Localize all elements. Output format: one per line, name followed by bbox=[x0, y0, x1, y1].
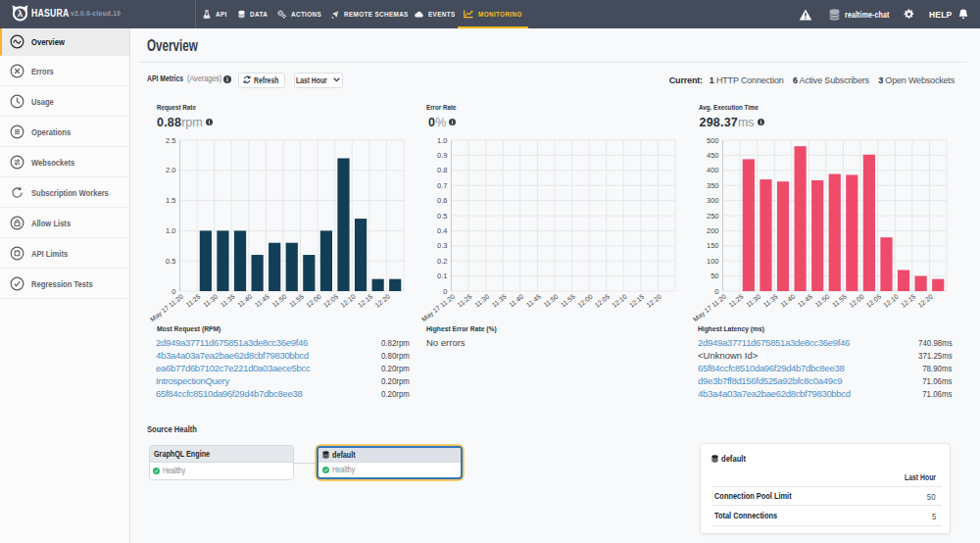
svg-text:11:45: 11:45 bbox=[797, 293, 813, 309]
svg-text:12:00: 12:00 bbox=[848, 293, 865, 309]
svg-text:0: 0 bbox=[443, 287, 447, 296]
svg-text:0.3: 0.3 bbox=[437, 241, 447, 250]
svg-text:12:20: 12:20 bbox=[373, 293, 391, 309]
svg-text:11:50: 11:50 bbox=[542, 293, 559, 309]
svg-text:0.5: 0.5 bbox=[166, 257, 175, 266]
svg-text:12:15: 12:15 bbox=[900, 293, 917, 309]
svg-text:350: 350 bbox=[707, 181, 719, 190]
svg-text:250: 250 bbox=[707, 212, 719, 221]
svg-text:11:25: 11:25 bbox=[727, 293, 744, 309]
svg-text:0: 0 bbox=[172, 287, 175, 296]
svg-text:11:30: 11:30 bbox=[745, 293, 761, 309]
svg-text:1.5: 1.5 bbox=[166, 196, 175, 205]
svg-text:2.0: 2.0 bbox=[166, 166, 175, 174]
svg-text:May 17 11:20: May 17 11:20 bbox=[149, 293, 185, 323]
svg-text:12:20: 12:20 bbox=[645, 293, 662, 309]
svg-text:11:30: 11:30 bbox=[473, 293, 490, 309]
svg-text:0.6: 0.6 bbox=[437, 196, 447, 205]
svg-text:May 17 11:20: May 17 11:20 bbox=[692, 293, 728, 323]
svg-text:11:40: 11:40 bbox=[508, 293, 524, 309]
svg-text:12:10: 12:10 bbox=[339, 293, 357, 309]
svg-text:11:25: 11:25 bbox=[184, 293, 201, 309]
svg-text:400: 400 bbox=[707, 166, 719, 174]
svg-text:200: 200 bbox=[707, 226, 719, 235]
svg-text:12:15: 12:15 bbox=[357, 293, 374, 309]
svg-text:11:50: 11:50 bbox=[270, 293, 287, 309]
svg-text:11:50: 11:50 bbox=[813, 293, 830, 309]
svg-text:12:10: 12:10 bbox=[611, 293, 628, 309]
svg-text:100: 100 bbox=[707, 257, 719, 266]
svg-text:12:00: 12:00 bbox=[576, 293, 594, 309]
svg-text:11:40: 11:40 bbox=[236, 293, 253, 309]
svg-text:0.8: 0.8 bbox=[437, 166, 447, 174]
svg-text:450: 450 bbox=[707, 151, 719, 160]
svg-text:12:05: 12:05 bbox=[865, 293, 883, 309]
svg-text:λ: λ bbox=[18, 8, 24, 19]
svg-text:0.5: 0.5 bbox=[437, 212, 447, 221]
svg-text:12:05: 12:05 bbox=[322, 293, 340, 309]
svg-text:300: 300 bbox=[707, 196, 719, 205]
svg-text:0: 0 bbox=[714, 287, 718, 296]
svg-text:11:35: 11:35 bbox=[220, 293, 236, 309]
svg-text:50: 50 bbox=[710, 272, 718, 280]
svg-text:12:20: 12:20 bbox=[916, 293, 934, 309]
svg-text:May 17 11:20: May 17 11:20 bbox=[420, 293, 457, 323]
svg-text:2.5: 2.5 bbox=[166, 136, 175, 145]
svg-text:0.9: 0.9 bbox=[437, 151, 447, 160]
svg-text:500: 500 bbox=[707, 136, 719, 145]
svg-text:1.0: 1.0 bbox=[437, 136, 447, 145]
svg-text:150: 150 bbox=[707, 241, 719, 250]
svg-text:11:25: 11:25 bbox=[456, 293, 472, 309]
svg-text:11:35: 11:35 bbox=[762, 293, 779, 309]
svg-text:11:55: 11:55 bbox=[560, 293, 576, 309]
svg-text:0.4: 0.4 bbox=[437, 226, 447, 235]
svg-text:11:40: 11:40 bbox=[779, 293, 796, 309]
svg-text:11:30: 11:30 bbox=[202, 293, 219, 309]
svg-text:0.7: 0.7 bbox=[437, 181, 447, 190]
svg-text:11:35: 11:35 bbox=[491, 293, 508, 309]
svg-text:12:15: 12:15 bbox=[628, 293, 646, 309]
svg-text:11:45: 11:45 bbox=[525, 293, 542, 309]
svg-text:1.0: 1.0 bbox=[166, 226, 175, 235]
svg-text:11:45: 11:45 bbox=[254, 293, 270, 309]
svg-text:11:55: 11:55 bbox=[288, 293, 305, 309]
svg-text:12:10: 12:10 bbox=[882, 293, 900, 309]
svg-text:12:05: 12:05 bbox=[594, 293, 612, 309]
svg-text:0.1: 0.1 bbox=[437, 272, 447, 280]
svg-text:0.2: 0.2 bbox=[437, 257, 447, 266]
svg-text:12:00: 12:00 bbox=[305, 293, 322, 309]
svg-text:11:55: 11:55 bbox=[831, 293, 848, 309]
